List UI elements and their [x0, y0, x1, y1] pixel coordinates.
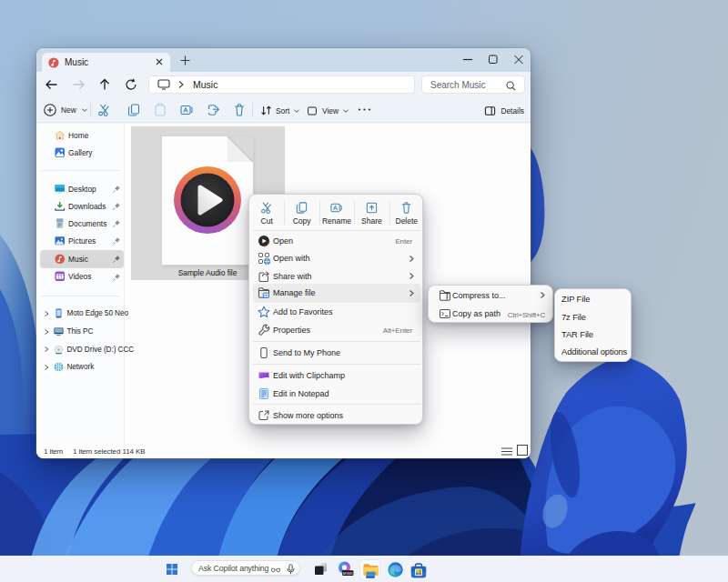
svg-text:M365: M365: [343, 571, 354, 576]
